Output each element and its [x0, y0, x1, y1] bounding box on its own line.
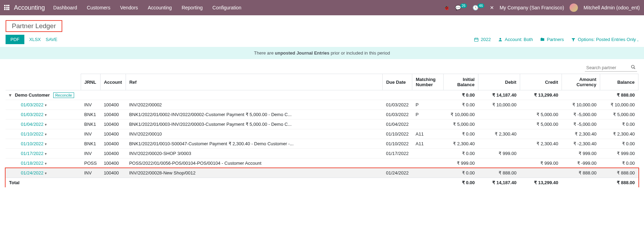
partner-amtcur [562, 90, 600, 100]
svg-line-6 [634, 68, 635, 69]
col-balance[interactable]: Balance [600, 74, 638, 90]
col-match[interactable]: Matching Number [412, 74, 444, 90]
svg-point-5 [631, 65, 634, 68]
ledger-line[interactable]: 01/03/2022▼BNK1100400BNK1/2022/01/0002-I… [6, 110, 638, 120]
avatar[interactable] [570, 3, 578, 12]
line-balance: ₹ 999.00 [600, 149, 638, 158]
line-balance: ₹ 10,000.00 [600, 100, 638, 110]
caret-down-icon[interactable]: ▼ [44, 142, 47, 146]
debug-icon[interactable]: 🐞 [444, 5, 450, 10]
ledger-line[interactable]: 01/10/2022▼INV100400INV/2022/0001001/10/… [6, 129, 638, 139]
reconcile-button[interactable]: Reconcile [53, 92, 74, 98]
line-jrnl: INV [81, 100, 100, 110]
activities-icon[interactable]: 🕓46 [472, 5, 484, 10]
line-amtcur: ₹ 888.00 [562, 168, 600, 178]
menu-configuration[interactable]: Configuration [213, 5, 241, 10]
filter-account[interactable]: Account: Both [498, 37, 533, 42]
col-initial[interactable]: Initial Balance [444, 74, 478, 90]
menu-accounting[interactable]: Accounting [148, 5, 172, 10]
line-match: P [412, 100, 444, 110]
filter-account-label: Account: Both [505, 37, 533, 42]
line-due: 01/03/2022 [382, 100, 412, 110]
line-balance: ₹ 0.00 [600, 158, 638, 168]
messages-icon[interactable]: 💬26 [455, 5, 467, 10]
line-debit: ₹ 999.00 [478, 149, 520, 158]
company-switcher[interactable]: My Company (San Francisco) [500, 5, 564, 10]
pdf-button[interactable]: PDF [6, 35, 24, 44]
line-match: A11 [412, 139, 444, 149]
line-date[interactable]: 01/17/2022 [21, 151, 43, 156]
menu-reporting[interactable]: Reporting [182, 5, 203, 10]
line-match [412, 120, 444, 129]
svg-rect-0 [475, 38, 478, 41]
ledger-line[interactable]: 01/03/2022▼INV100400INV/2022/0000201/03/… [6, 100, 638, 110]
line-date[interactable]: 01/04/2022 [21, 122, 43, 127]
line-debit [478, 158, 520, 168]
line-match [412, 158, 444, 168]
main-menu: Dashboard Customers Vendors Accounting R… [53, 5, 444, 10]
caret-down-icon[interactable]: ▼ [44, 123, 47, 126]
col-due[interactable]: Due Date [382, 74, 412, 90]
filter-partners[interactable]: Partners [540, 37, 564, 42]
line-ref: POSS/2022/01/0056-POS/00104-POS/00104 - … [126, 158, 382, 168]
line-jrnl: POSS [81, 158, 100, 168]
filter-icon [571, 37, 576, 42]
caret-down-icon[interactable]: ▼ [44, 172, 47, 175]
line-due: 01/17/2022 [382, 149, 412, 158]
line-date[interactable]: 01/10/2022 [21, 141, 43, 146]
line-initial: ₹ 0.00 [444, 149, 478, 158]
filter-partners-label: Partners [547, 37, 564, 42]
action-bar: PDF XLSX SAVE 2022 Account: Both Partner… [0, 32, 644, 47]
nav-right: 🐞 💬26 🕓46 ✕ My Company (San Francisco) M… [444, 3, 640, 12]
line-balance: ₹ 888.00 [600, 168, 638, 178]
col-jrnl[interactable]: JRNL [81, 74, 100, 90]
line-due [382, 158, 412, 168]
ledger-line[interactable]: 01/10/2022▼BNK1100400BNK1/2022/01/0010-S… [6, 139, 638, 149]
activities-badge: 46 [478, 3, 484, 8]
total-debit: ₹ 14,187.40 [478, 178, 520, 188]
line-date[interactable]: 01/03/2022 [21, 112, 43, 117]
col-ref[interactable]: Ref [126, 74, 382, 90]
menu-vendors[interactable]: Vendors [120, 5, 138, 10]
caret-down-icon[interactable]: ▼ [44, 104, 47, 107]
col-credit[interactable]: Credit [520, 74, 562, 90]
caret-down-icon[interactable]: ▼ [44, 152, 47, 156]
line-account: 100400 [100, 139, 126, 149]
search-icon[interactable] [631, 65, 636, 71]
tools-icon[interactable]: ✕ [490, 5, 494, 10]
col-account[interactable]: Account [100, 74, 126, 90]
xlsx-button[interactable]: XLSX [29, 37, 41, 42]
menu-dashboard[interactable]: Dashboard [53, 5, 77, 10]
total-credit: ₹ 13,299.40 [520, 178, 562, 188]
search-input[interactable] [585, 64, 637, 72]
col-debit[interactable]: Debit [478, 74, 520, 90]
caret-down-icon[interactable]: ▼ [44, 113, 47, 117]
ledger-line[interactable]: 01/17/2022▼INV100400INV/2022/00020-SHOP … [6, 149, 638, 158]
line-date[interactable]: 01/18/2022 [21, 161, 43, 166]
ledger-line[interactable]: 01/24/2022▼INV100400INV/2022/00028-New S… [6, 168, 638, 178]
ledger-line[interactable]: 01/18/2022▼POSS100400POSS/2022/01/0056-P… [6, 158, 638, 168]
apps-icon[interactable] [4, 5, 10, 10]
line-date[interactable]: 01/10/2022 [21, 131, 43, 137]
page-title: Partner Ledger [6, 20, 62, 32]
ledger-line[interactable]: 01/04/2022▼BNK1100400BNK1/2022/01/0003-I… [6, 120, 638, 129]
save-button[interactable]: SAVE [46, 37, 57, 42]
folder-icon [540, 37, 545, 42]
col-amtcur[interactable]: Amount Currency [562, 74, 600, 90]
partner-name: Demo Customer [15, 92, 50, 98]
line-initial: ₹ 10,000.00 [444, 110, 478, 120]
menu-customers[interactable]: Customers [87, 5, 111, 10]
line-balance: ₹ 0.00 [600, 120, 638, 129]
app-brand[interactable]: Accounting [14, 4, 45, 11]
caret-down-icon[interactable]: ▼ [44, 162, 47, 165]
line-debit: ₹ 888.00 [478, 168, 520, 178]
user-name[interactable]: Mitchell Admin (odoo_ent) [583, 5, 640, 10]
line-match: P [412, 110, 444, 120]
filter-options[interactable]: Options: Posted Entries Only , [571, 37, 638, 42]
filter-date[interactable]: 2022 [474, 37, 491, 42]
line-date[interactable]: 01/03/2022 [21, 102, 43, 107]
caret-down-icon[interactable]: ▼ [44, 133, 47, 136]
line-date[interactable]: 01/24/2022 [21, 170, 43, 175]
partner-row[interactable]: ▾ Demo Customer Reconcile ₹ 0.00 ₹ 14,18… [6, 90, 638, 100]
caret-down-icon[interactable]: ▾ [9, 92, 11, 98]
